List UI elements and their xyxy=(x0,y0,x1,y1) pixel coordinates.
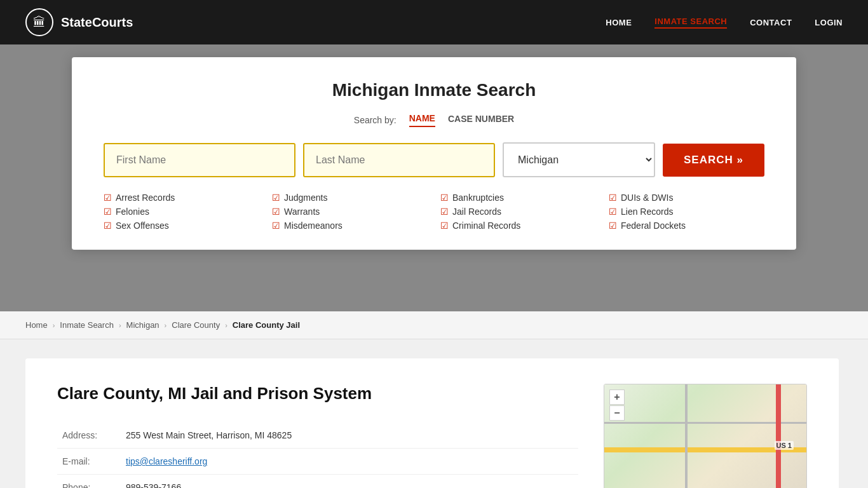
search-inputs-row: Michigan SEARCH » xyxy=(104,142,764,177)
phone-value: 989-539-7166 xyxy=(121,475,578,489)
address-value: 255 West Main Street, Harrison, MI 48625 xyxy=(121,423,578,449)
checkmark-icon: ☑ xyxy=(104,193,112,203)
check-label: Jail Records xyxy=(452,207,501,217)
checkmark-icon: ☑ xyxy=(609,193,617,203)
checkmark-icon: ☑ xyxy=(272,193,280,203)
email-link[interactable]: tips@claresheriff.org xyxy=(126,456,207,466)
logo-icon: 🏛 xyxy=(25,8,53,36)
email-label: E-mail: xyxy=(57,449,121,475)
check-label: Criminal Records xyxy=(452,220,520,231)
check-item: ☑Warrants xyxy=(272,207,428,217)
hero-section: COURTHOUSE Michigan Inmate Search Search… xyxy=(0,44,868,311)
search-card: Michigan Inmate Search Search by: NAME C… xyxy=(72,57,796,250)
checkmark-icon: ☑ xyxy=(104,220,112,231)
nav-home[interactable]: HOME xyxy=(606,18,632,27)
checkmark-icon: ☑ xyxy=(104,207,112,217)
tab-case-number[interactable]: CASE NUMBER xyxy=(448,114,514,126)
breadcrumb-sep-1: › xyxy=(53,322,55,329)
checkmark-icon: ☑ xyxy=(440,220,449,231)
breadcrumb-sep-4: › xyxy=(225,322,227,329)
check-item: ☑Jail Records xyxy=(440,207,596,217)
map-road-vertical-red xyxy=(776,384,781,488)
check-label: Sex Offenses xyxy=(116,220,169,231)
logo-text: StateCourts xyxy=(61,15,133,30)
map-container[interactable]: US 1 + − xyxy=(604,384,807,488)
breadcrumb-current: Clare County Jail xyxy=(233,320,300,330)
check-label: Felonies xyxy=(116,207,149,217)
breadcrumb-home[interactable]: Home xyxy=(25,320,48,330)
check-item: ☑Felonies xyxy=(104,207,259,217)
search-by-row: Search by: NAME CASE NUMBER xyxy=(104,113,764,127)
checkmark-icon: ☑ xyxy=(440,207,449,217)
check-item: ☑Arrest Records xyxy=(104,193,259,203)
check-label: Warrants xyxy=(284,207,320,217)
check-label: Lien Records xyxy=(621,207,674,217)
content-card: Clare County, MI Jail and Prison System … xyxy=(25,358,839,488)
check-label: Judgments xyxy=(284,193,327,203)
info-table: Address: 255 West Main Street, Harrison,… xyxy=(57,423,578,488)
check-item: ☑Sex Offenses xyxy=(104,220,259,231)
nav-login[interactable]: LOGIN xyxy=(815,18,843,27)
table-row-address: Address: 255 West Main Street, Harrison,… xyxy=(57,423,578,449)
map-road-label: US 1 xyxy=(775,441,794,450)
table-row-email: E-mail: tips@claresheriff.org xyxy=(57,449,578,475)
checkmark-icon: ☑ xyxy=(272,220,280,231)
breadcrumb-sep-2: › xyxy=(119,322,121,329)
check-item: ☑Bankruptcies xyxy=(440,193,596,203)
map-zoom-out[interactable]: − xyxy=(609,405,625,421)
state-select[interactable]: Michigan xyxy=(503,142,655,177)
logo[interactable]: 🏛 StateCourts xyxy=(25,8,133,36)
nav-contact[interactable]: CONTACT xyxy=(750,18,792,27)
search-button[interactable]: SEARCH » xyxy=(663,144,764,177)
check-item: ☑Misdemeanors xyxy=(272,220,428,231)
map-zoom-in[interactable]: + xyxy=(609,390,625,405)
main-content: Clare County, MI Jail and Prison System … xyxy=(0,339,868,488)
check-label: Arrest Records xyxy=(116,193,175,203)
header: 🏛 StateCourts HOME INMATE SEARCH CONTACT… xyxy=(0,0,868,44)
search-title: Michigan Inmate Search xyxy=(104,80,764,100)
checkmark-icon: ☑ xyxy=(609,207,617,217)
first-name-input[interactable] xyxy=(104,143,295,177)
checkmark-icon: ☑ xyxy=(609,220,617,231)
check-item: ☑Lien Records xyxy=(609,207,764,217)
content-left: Clare County, MI Jail and Prison System … xyxy=(57,384,578,488)
map-road-vertical-gray xyxy=(685,384,688,488)
check-label: Misdemeanors xyxy=(284,220,342,231)
check-item: ☑Federal Dockets xyxy=(609,220,764,231)
check-label: DUIs & DWIs xyxy=(621,193,673,203)
breadcrumb-inmate-search[interactable]: Inmate Search xyxy=(60,320,114,330)
address-label: Address: xyxy=(57,423,121,449)
checklist-grid: ☑Arrest Records☑Judgments☑Bankruptcies☑D… xyxy=(104,193,764,231)
checkmark-icon: ☑ xyxy=(272,207,280,217)
phone-label: Phone: xyxy=(57,475,121,489)
breadcrumb: Home › Inmate Search › Michigan › Clare … xyxy=(0,311,868,339)
breadcrumb-michigan[interactable]: Michigan xyxy=(126,320,159,330)
nav: HOME INMATE SEARCH CONTACT LOGIN xyxy=(606,17,843,29)
jail-title: Clare County, MI Jail and Prison System xyxy=(57,384,578,403)
check-item: ☑Judgments xyxy=(272,193,428,203)
nav-inmate-search[interactable]: INMATE SEARCH xyxy=(654,17,727,29)
check-item: ☑DUIs & DWIs xyxy=(609,193,764,203)
breadcrumb-sep-3: › xyxy=(165,322,167,329)
checkmark-icon: ☑ xyxy=(440,193,449,203)
tab-name[interactable]: NAME xyxy=(409,113,435,127)
search-by-label: Search by: xyxy=(354,115,397,125)
content-right: US 1 + − xyxy=(604,384,807,488)
map-controls: + − xyxy=(609,390,625,421)
table-row-phone: Phone: 989-539-7166 xyxy=(57,475,578,489)
check-label: Federal Dockets xyxy=(621,220,686,231)
last-name-input[interactable] xyxy=(303,143,495,177)
check-item: ☑Criminal Records xyxy=(440,220,596,231)
check-label: Bankruptcies xyxy=(452,193,504,203)
breadcrumb-clare-county[interactable]: Clare County xyxy=(172,320,220,330)
